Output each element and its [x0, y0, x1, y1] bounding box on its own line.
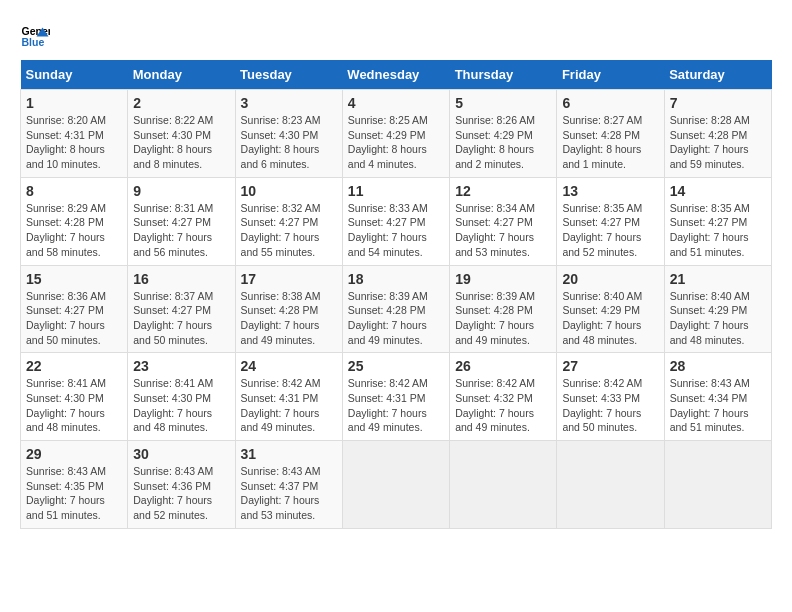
day-info: Sunrise: 8:42 AM Sunset: 4:31 PM Dayligh… — [241, 376, 337, 435]
calendar-cell: 23Sunrise: 8:41 AM Sunset: 4:30 PM Dayli… — [128, 353, 235, 441]
day-info: Sunrise: 8:31 AM Sunset: 4:27 PM Dayligh… — [133, 201, 229, 260]
calendar-cell: 27Sunrise: 8:42 AM Sunset: 4:33 PM Dayli… — [557, 353, 664, 441]
calendar-cell: 7Sunrise: 8:28 AM Sunset: 4:28 PM Daylig… — [664, 90, 771, 178]
day-number: 13 — [562, 183, 658, 199]
calendar-table: SundayMondayTuesdayWednesdayThursdayFrid… — [20, 60, 772, 529]
day-number: 18 — [348, 271, 444, 287]
calendar-cell: 30Sunrise: 8:43 AM Sunset: 4:36 PM Dayli… — [128, 441, 235, 529]
day-number: 26 — [455, 358, 551, 374]
calendar-cell: 15Sunrise: 8:36 AM Sunset: 4:27 PM Dayli… — [21, 265, 128, 353]
day-info: Sunrise: 8:33 AM Sunset: 4:27 PM Dayligh… — [348, 201, 444, 260]
day-info: Sunrise: 8:20 AM Sunset: 4:31 PM Dayligh… — [26, 113, 122, 172]
calendar-cell: 18Sunrise: 8:39 AM Sunset: 4:28 PM Dayli… — [342, 265, 449, 353]
day-number: 5 — [455, 95, 551, 111]
calendar-cell: 5Sunrise: 8:26 AM Sunset: 4:29 PM Daylig… — [450, 90, 557, 178]
day-info: Sunrise: 8:41 AM Sunset: 4:30 PM Dayligh… — [26, 376, 122, 435]
day-number: 3 — [241, 95, 337, 111]
day-number: 28 — [670, 358, 766, 374]
weekday-header-row: SundayMondayTuesdayWednesdayThursdayFrid… — [21, 60, 772, 90]
svg-text:Blue: Blue — [22, 36, 45, 48]
day-info: Sunrise: 8:37 AM Sunset: 4:27 PM Dayligh… — [133, 289, 229, 348]
day-info: Sunrise: 8:35 AM Sunset: 4:27 PM Dayligh… — [670, 201, 766, 260]
day-info: Sunrise: 8:43 AM Sunset: 4:37 PM Dayligh… — [241, 464, 337, 523]
calendar-cell: 19Sunrise: 8:39 AM Sunset: 4:28 PM Dayli… — [450, 265, 557, 353]
day-info: Sunrise: 8:40 AM Sunset: 4:29 PM Dayligh… — [670, 289, 766, 348]
day-number: 2 — [133, 95, 229, 111]
weekday-header-thursday: Thursday — [450, 60, 557, 90]
calendar-cell: 17Sunrise: 8:38 AM Sunset: 4:28 PM Dayli… — [235, 265, 342, 353]
calendar-week-row: 8Sunrise: 8:29 AM Sunset: 4:28 PM Daylig… — [21, 177, 772, 265]
logo: General Blue — [20, 20, 54, 50]
day-info: Sunrise: 8:39 AM Sunset: 4:28 PM Dayligh… — [348, 289, 444, 348]
day-info: Sunrise: 8:34 AM Sunset: 4:27 PM Dayligh… — [455, 201, 551, 260]
day-number: 14 — [670, 183, 766, 199]
day-number: 9 — [133, 183, 229, 199]
weekday-header-tuesday: Tuesday — [235, 60, 342, 90]
calendar-cell: 1Sunrise: 8:20 AM Sunset: 4:31 PM Daylig… — [21, 90, 128, 178]
calendar-cell — [557, 441, 664, 529]
calendar-cell: 3Sunrise: 8:23 AM Sunset: 4:30 PM Daylig… — [235, 90, 342, 178]
day-number: 20 — [562, 271, 658, 287]
day-number: 30 — [133, 446, 229, 462]
day-number: 27 — [562, 358, 658, 374]
calendar-cell: 16Sunrise: 8:37 AM Sunset: 4:27 PM Dayli… — [128, 265, 235, 353]
day-number: 22 — [26, 358, 122, 374]
day-number: 7 — [670, 95, 766, 111]
calendar-cell: 25Sunrise: 8:42 AM Sunset: 4:31 PM Dayli… — [342, 353, 449, 441]
day-number: 25 — [348, 358, 444, 374]
calendar-cell: 8Sunrise: 8:29 AM Sunset: 4:28 PM Daylig… — [21, 177, 128, 265]
day-info: Sunrise: 8:28 AM Sunset: 4:28 PM Dayligh… — [670, 113, 766, 172]
calendar-cell — [342, 441, 449, 529]
day-number: 31 — [241, 446, 337, 462]
day-info: Sunrise: 8:39 AM Sunset: 4:28 PM Dayligh… — [455, 289, 551, 348]
day-info: Sunrise: 8:43 AM Sunset: 4:34 PM Dayligh… — [670, 376, 766, 435]
calendar-week-row: 22Sunrise: 8:41 AM Sunset: 4:30 PM Dayli… — [21, 353, 772, 441]
calendar-cell: 9Sunrise: 8:31 AM Sunset: 4:27 PM Daylig… — [128, 177, 235, 265]
calendar-cell: 11Sunrise: 8:33 AM Sunset: 4:27 PM Dayli… — [342, 177, 449, 265]
day-info: Sunrise: 8:22 AM Sunset: 4:30 PM Dayligh… — [133, 113, 229, 172]
day-number: 11 — [348, 183, 444, 199]
calendar-week-row: 15Sunrise: 8:36 AM Sunset: 4:27 PM Dayli… — [21, 265, 772, 353]
day-number: 4 — [348, 95, 444, 111]
calendar-cell — [450, 441, 557, 529]
weekday-header-friday: Friday — [557, 60, 664, 90]
calendar-cell: 29Sunrise: 8:43 AM Sunset: 4:35 PM Dayli… — [21, 441, 128, 529]
calendar-cell: 28Sunrise: 8:43 AM Sunset: 4:34 PM Dayli… — [664, 353, 771, 441]
day-number: 10 — [241, 183, 337, 199]
calendar-week-row: 29Sunrise: 8:43 AM Sunset: 4:35 PM Dayli… — [21, 441, 772, 529]
header: General Blue — [20, 20, 772, 50]
day-info: Sunrise: 8:43 AM Sunset: 4:36 PM Dayligh… — [133, 464, 229, 523]
calendar-cell: 22Sunrise: 8:41 AM Sunset: 4:30 PM Dayli… — [21, 353, 128, 441]
calendar-cell: 20Sunrise: 8:40 AM Sunset: 4:29 PM Dayli… — [557, 265, 664, 353]
day-info: Sunrise: 8:26 AM Sunset: 4:29 PM Dayligh… — [455, 113, 551, 172]
logo-icon: General Blue — [20, 20, 50, 50]
day-info: Sunrise: 8:42 AM Sunset: 4:32 PM Dayligh… — [455, 376, 551, 435]
day-info: Sunrise: 8:27 AM Sunset: 4:28 PM Dayligh… — [562, 113, 658, 172]
day-number: 12 — [455, 183, 551, 199]
day-info: Sunrise: 8:38 AM Sunset: 4:28 PM Dayligh… — [241, 289, 337, 348]
calendar-cell — [664, 441, 771, 529]
day-number: 21 — [670, 271, 766, 287]
calendar-cell: 21Sunrise: 8:40 AM Sunset: 4:29 PM Dayli… — [664, 265, 771, 353]
calendar-cell: 31Sunrise: 8:43 AM Sunset: 4:37 PM Dayli… — [235, 441, 342, 529]
day-info: Sunrise: 8:40 AM Sunset: 4:29 PM Dayligh… — [562, 289, 658, 348]
day-info: Sunrise: 8:23 AM Sunset: 4:30 PM Dayligh… — [241, 113, 337, 172]
weekday-header-wednesday: Wednesday — [342, 60, 449, 90]
day-number: 1 — [26, 95, 122, 111]
day-info: Sunrise: 8:36 AM Sunset: 4:27 PM Dayligh… — [26, 289, 122, 348]
day-number: 29 — [26, 446, 122, 462]
calendar-week-row: 1Sunrise: 8:20 AM Sunset: 4:31 PM Daylig… — [21, 90, 772, 178]
calendar-cell: 6Sunrise: 8:27 AM Sunset: 4:28 PM Daylig… — [557, 90, 664, 178]
day-number: 19 — [455, 271, 551, 287]
calendar-cell: 14Sunrise: 8:35 AM Sunset: 4:27 PM Dayli… — [664, 177, 771, 265]
day-number: 8 — [26, 183, 122, 199]
calendar-cell: 4Sunrise: 8:25 AM Sunset: 4:29 PM Daylig… — [342, 90, 449, 178]
weekday-header-sunday: Sunday — [21, 60, 128, 90]
day-number: 23 — [133, 358, 229, 374]
calendar-cell: 24Sunrise: 8:42 AM Sunset: 4:31 PM Dayli… — [235, 353, 342, 441]
day-info: Sunrise: 8:29 AM Sunset: 4:28 PM Dayligh… — [26, 201, 122, 260]
day-info: Sunrise: 8:41 AM Sunset: 4:30 PM Dayligh… — [133, 376, 229, 435]
day-info: Sunrise: 8:32 AM Sunset: 4:27 PM Dayligh… — [241, 201, 337, 260]
day-number: 6 — [562, 95, 658, 111]
weekday-header-monday: Monday — [128, 60, 235, 90]
